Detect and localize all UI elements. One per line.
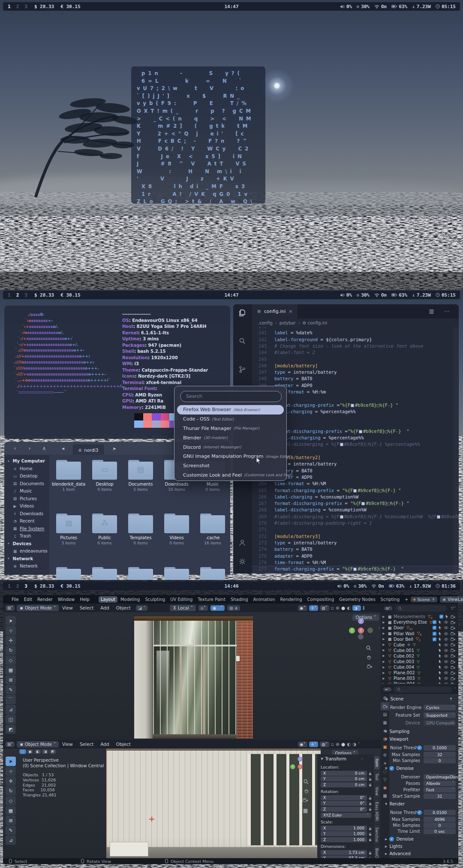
outliner-display-mode[interactable]: ⊟˅ bbox=[384, 607, 392, 610]
zoom-icon[interactable] bbox=[366, 646, 371, 651]
select-mode-buttons[interactable]: ▢ ▣ ◧ ◨ ◩ bbox=[19, 749, 56, 754]
transform-field[interactable]: X1.73 cm bbox=[321, 850, 367, 855]
viewport-menu-add[interactable]: Add bbox=[100, 605, 109, 610]
folder-Public[interactable]: ⁂ Public0 items bbox=[87, 514, 123, 545]
field-startsample[interactable]: 31 bbox=[424, 793, 456, 799]
outliner-row-Measurements[interactable]: ▶▦Measurements▽4✓ bbox=[381, 614, 458, 619]
npanel-tab-easy-hdri[interactable]: Easy HDRI bbox=[374, 799, 379, 823]
object-extra-dropdown[interactable]: ◪ ˅ bbox=[136, 605, 148, 611]
viewport-3d[interactable]: ➤⊹✢↻◇▦⊞✎⌒⊿◫◩ Options ˅ bbox=[3, 612, 381, 740]
outliner-row-Everything Else[interactable]: ▶▦Everything Else▽✓ bbox=[381, 619, 458, 625]
workspace-tab-sculpting[interactable]: Sculpting bbox=[143, 596, 167, 603]
launcher-item[interactable]: Code - OSS(Text Editor) bbox=[177, 414, 284, 424]
zoom-icon-2[interactable] bbox=[304, 779, 309, 784]
properties-tab[interactable]: ▽ bbox=[381, 775, 389, 784]
properties-tab[interactable]: ▤ bbox=[381, 710, 389, 718]
tool-icon[interactable]: ⊹ bbox=[6, 766, 16, 776]
transform-field[interactable]: Z1.000 bbox=[321, 837, 367, 842]
folder-.cache[interactable]: .cache16 items bbox=[195, 514, 231, 545]
sidebar-item-trash[interactable]: ▯Trash bbox=[4, 532, 49, 540]
tool-icon[interactable]: ⊿ bbox=[6, 705, 16, 714]
npanel-tab-boxcutter[interactable]: BoxCutter bbox=[374, 846, 379, 858]
search-icon[interactable] bbox=[238, 337, 247, 346]
launcher-item[interactable]: Blender(3D modeler) bbox=[177, 433, 284, 442]
sidebar-item-recent[interactable]: ◔Recent bbox=[4, 517, 49, 525]
sidebar-item-documents[interactable]: ▤Documents bbox=[4, 480, 49, 488]
workspace-tab-rendering[interactable]: Rendering bbox=[278, 596, 304, 603]
tool-icon[interactable]: ◇ bbox=[6, 655, 16, 665]
collapse-arrow[interactable]: ‹ bbox=[378, 626, 380, 630]
npanel-tab-view[interactable]: View bbox=[374, 784, 379, 798]
breadcrumb-item[interactable]: polybar bbox=[280, 321, 296, 325]
transform-field[interactable]: Y0° bbox=[321, 801, 367, 806]
sidebar-item-desktop[interactable]: ▭Desktop bbox=[4, 472, 49, 480]
field-noisethresh[interactable]: 0.0100 bbox=[424, 810, 456, 815]
folder-blenderkit_data[interactable] bbox=[51, 567, 87, 580]
pivot-point[interactable]: ◎ ∧ bbox=[227, 605, 240, 611]
tool-icon[interactable]: ⊞ bbox=[6, 675, 16, 685]
folder-Downloads[interactable] bbox=[159, 567, 195, 580]
breadcrumb[interactable]: .config›polybar›⚙ config.ini bbox=[252, 318, 459, 327]
camera-view-icon-2[interactable] bbox=[303, 798, 308, 802]
tool-icon[interactable]: ✢ bbox=[6, 636, 16, 645]
sidebar-item-downloads[interactable]: ↓Downloads bbox=[4, 510, 49, 518]
field-passes[interactable]: Albedo bbox=[424, 781, 456, 786]
menu-render[interactable]: Render bbox=[37, 597, 53, 602]
pan-icon-2[interactable] bbox=[304, 789, 309, 793]
tool-icon[interactable]: ⊿ bbox=[6, 835, 16, 845]
git-icon[interactable] bbox=[238, 365, 247, 375]
sidebar-item-home[interactable]: ⌂Home bbox=[4, 465, 49, 473]
npanel-tab-sanctus[interactable]: Sanctus bbox=[374, 825, 379, 844]
tab-config-ini[interactable]: ⚙ config.ini × bbox=[252, 304, 298, 318]
breadcrumb-item[interactable]: ⚙ config.ini bbox=[303, 321, 328, 325]
tool-icon[interactable]: ⊹ bbox=[6, 626, 16, 635]
outliner-search[interactable] bbox=[395, 605, 447, 612]
field-timelimit[interactable]: 0 sec bbox=[424, 829, 456, 834]
navigation-gizmo-2[interactable]: Z Y X bbox=[290, 757, 310, 776]
field-noisethresh[interactable]: 0.1000 bbox=[424, 745, 456, 751]
tool-icon[interactable]: ↻ bbox=[6, 786, 16, 796]
sidebar-section[interactable]: My Computer bbox=[4, 457, 49, 465]
matrix-terminal[interactable]: p1n - S y?( 6=L k = N `vU7;2\w t V :o`[)… bbox=[131, 66, 265, 204]
workspace-tab-modeling[interactable]: Modeling bbox=[118, 596, 142, 603]
viewport-menu-object[interactable]: Object bbox=[116, 605, 131, 610]
sidebar-item-pictures[interactable]: ▨Pictures bbox=[4, 495, 49, 503]
tool-icon[interactable]: ⌒ bbox=[6, 695, 16, 704]
launcher-item[interactable]: Screenshot bbox=[177, 461, 284, 471]
menu-edit[interactable]: Edit bbox=[24, 597, 32, 602]
transform-field[interactable]: Y1.000 bbox=[321, 831, 367, 836]
path-tab[interactable]: ⌂nordi3 bbox=[73, 445, 104, 455]
tool-icon[interactable]: ➤ bbox=[6, 757, 16, 766]
field-maxsamples[interactable]: 4096 bbox=[424, 817, 456, 822]
tool-icon[interactable]: ▦ bbox=[6, 806, 16, 815]
next-tab-icon[interactable]: ▸ bbox=[111, 445, 118, 451]
transform-field[interactable]: X0 cm bbox=[321, 771, 367, 776]
npanel-tab-item[interactable]: Item bbox=[374, 756, 379, 769]
menu-help[interactable]: Help bbox=[80, 597, 90, 602]
sidebar-item-file-system[interactable]: ▦File System bbox=[4, 525, 49, 533]
files-icon[interactable] bbox=[238, 309, 247, 318]
viewport-menu-object[interactable]: Object bbox=[116, 742, 131, 747]
launcher-item[interactable]: Discord(Internet Messenger) bbox=[177, 442, 284, 452]
outliner-row-Plane.003[interactable]: ▶▽Plane.003▽ bbox=[381, 676, 458, 681]
folder-Desktop[interactable]: ▭ Desktop0 items bbox=[87, 460, 123, 492]
launcher-item[interactable]: GNU Image Manipulation Program(Image Edi… bbox=[177, 452, 284, 461]
navigation-gizmo[interactable]: Z Y X bbox=[349, 618, 373, 642]
workspace-tab-compositing[interactable]: Compositing bbox=[305, 596, 337, 603]
mode-selector-2[interactable]: ▣Object Mode ˅ bbox=[17, 741, 59, 748]
workspace-tab-+[interactable]: + bbox=[403, 596, 410, 603]
shading-controls-2[interactable]: ◉˅ ✢˅ ◍˅ ▫⊕ ●◐ ◑˅ bbox=[298, 742, 360, 747]
viewport-menu-select[interactable]: Select bbox=[80, 742, 93, 747]
back-button[interactable]: ‹ bbox=[11, 445, 19, 451]
prev-tab-icon[interactable]: ◂ bbox=[59, 445, 67, 451]
sidebar-item-endeavouros[interactable]: ▦endeavouros bbox=[4, 547, 49, 555]
search-input[interactable]: Search bbox=[180, 391, 282, 402]
tool-icon[interactable]: ✎ bbox=[6, 826, 16, 835]
sidebar-item-network[interactable]: ⊕Network bbox=[4, 562, 49, 570]
scene-selector[interactable]: ◈Scene bbox=[411, 597, 437, 602]
sidebar-item-videos[interactable]: ▶Videos bbox=[4, 502, 49, 510]
workspace-tab-shading[interactable]: Shading bbox=[228, 596, 250, 603]
close-tab-icon[interactable]: × bbox=[289, 309, 292, 314]
folder-Documents[interactable] bbox=[123, 567, 159, 580]
outliner-row-Cube.004[interactable]: ▶▽Cube.004▽ bbox=[381, 664, 458, 670]
